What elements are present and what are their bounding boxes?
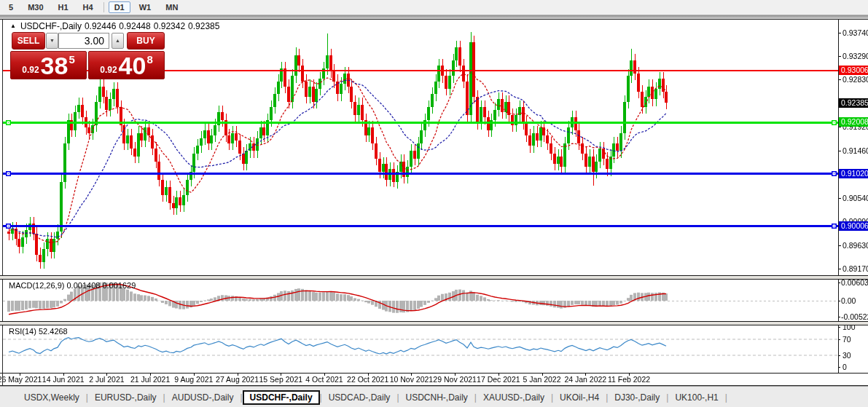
sell-button[interactable]: SELL — [12, 32, 45, 50]
date-axis-label: 27 Aug 2021 — [216, 375, 259, 384]
price-axis-badge: 0.91020 — [839, 169, 868, 178]
date-axis-label: 4 Oct 2021 — [305, 375, 343, 384]
ohlc-open: 0.92446 — [85, 21, 116, 31]
price-axis-badge: 0.92008 — [839, 117, 868, 127]
rsi-name: RSI(14) — [9, 327, 36, 336]
tab-uk100-h1[interactable]: UK100-,H1 — [668, 390, 724, 405]
date-axis-label: 15 Sep 2021 — [259, 375, 303, 384]
rsi-value: 52.4268 — [39, 327, 68, 336]
price-axis-label: 0.89630 — [842, 241, 868, 250]
buy-price-pips: 40 — [119, 52, 146, 79]
date-axis-label: 17 Dec 2021 — [477, 375, 520, 384]
line-handle[interactable] — [6, 224, 11, 229]
line-handle[interactable] — [6, 120, 11, 125]
ohlc-close: 0.92385 — [188, 21, 219, 31]
date-axis-label: 9 Aug 2021 — [174, 375, 213, 384]
tab-separator: | — [725, 392, 727, 403]
price-axis-label: 0.92830 — [842, 75, 868, 84]
date-axis-label: 22 Oct 2021 — [347, 375, 388, 384]
one-click-trading-panel: SELL ▼ ▲ BUY 0.92 38 5 0.92 40 8 — [10, 32, 165, 78]
price-axis-label: 0.89170 — [842, 264, 868, 273]
timeframe-button-h4[interactable]: H4 — [77, 1, 99, 13]
chart-title: ▲USDCHF-,Daily0.924460.924480.923420.923… — [10, 21, 222, 31]
timeframe-button-w1[interactable]: W1 — [133, 1, 157, 13]
buy-price-prefix: 0.92 — [100, 65, 117, 75]
toolbar-shadow — [0, 15, 868, 19]
buy-button[interactable]: BUY — [127, 32, 165, 50]
chart-window-top-border — [0, 19, 868, 20]
tab-usdcnh-daily[interactable]: USDCNH-,Daily — [399, 390, 474, 405]
timeframe-button-mn[interactable]: MN — [160, 1, 184, 13]
macd-pane-top-border — [0, 279, 868, 280]
line-handle[interactable] — [832, 120, 837, 125]
price-axis-badge: 0.90006 — [839, 221, 868, 231]
tab-eurusd-daily[interactable]: EURUSD-,Daily — [88, 390, 163, 405]
tab-usdcad-daily[interactable]: USDCAD-,Daily — [322, 390, 397, 405]
line-handle[interactable] — [832, 171, 837, 176]
rsi-axis-label: 30 — [842, 351, 851, 360]
tab-usdchf-daily[interactable]: USDCHF-,Daily — [243, 390, 320, 405]
timeframe-button-h1[interactable]: H1 — [52, 1, 74, 13]
timeframe-button-m30[interactable]: M30 — [22, 1, 49, 13]
macd-value-2: 0.001629 — [102, 281, 136, 290]
date-axis-label: 24 Jan 2022 — [564, 375, 606, 384]
price-axis-label: 0.93290 — [842, 52, 868, 60]
tab-usdx-weekly[interactable]: USDX,Weekly — [17, 390, 86, 405]
timeframe-button-d1[interactable]: D1 — [109, 1, 130, 13]
tab-dj30-daily[interactable]: DJ30-,Daily — [608, 390, 666, 405]
price-axis-label: 0.91460 — [842, 146, 868, 155]
ohlc-low: 0.92342 — [154, 21, 185, 31]
date-axis-label: 2 Jul 2021 — [89, 375, 124, 384]
tab-audusd-daily[interactable]: AUDUSD-,Daily — [165, 390, 241, 405]
buy-price-point: 8 — [146, 53, 152, 66]
toolbar-separator — [103, 2, 104, 12]
horizontal-line-0.92008[interactable] — [3, 122, 838, 124]
price-axis-label: 0.90540 — [842, 194, 868, 202]
volume-increase-button[interactable]: ▲ — [112, 33, 124, 49]
sell-price-box[interactable]: 0.92 38 5 — [10, 51, 87, 79]
rsi-pane-title: RSI(14) 52.4268 — [9, 327, 68, 336]
timeframe-toolbar: 5M30H1H4D1W1MN — [0, 0, 868, 15]
rsi-axis-label: 0 — [842, 363, 847, 371]
price-axis-badge: 0.92385 — [839, 98, 868, 108]
sell-price-pips: 38 — [41, 52, 69, 79]
tab-xauusd-daily[interactable]: XAUUSD-,Daily — [477, 390, 551, 405]
symbol-tab-bar: USDX,Weekly|EURUSD-,Daily|AUDUSD-,Daily|… — [0, 386, 868, 407]
buy-price-box[interactable]: 0.92 40 8 — [88, 51, 165, 79]
chart-window-left-border — [2, 19, 3, 385]
chart-symbol-period: USDCHF-,Daily — [20, 21, 82, 31]
price-axis-label: 0.93740 — [842, 28, 868, 37]
rsi-pane-top-border — [0, 325, 868, 325]
sell-price-prefix: 0.92 — [22, 65, 39, 75]
ohlc-high: 0.92448 — [119, 21, 150, 31]
date-axis-label: 21 Jul 2021 — [130, 375, 170, 384]
date-axis-label: 14 Jun 2021 — [42, 375, 85, 384]
volume-decrease-button[interactable]: ▼ — [46, 33, 58, 49]
tab-ukoil-h4[interactable]: UKOil-,H4 — [553, 390, 606, 405]
date-axis-label: 11 Feb 2022 — [608, 375, 650, 384]
rsi-pane-bottom-border — [0, 373, 868, 374]
price-axis-badge: 0.93006 — [839, 66, 868, 75]
rsi-axis-label: 70 — [842, 335, 851, 344]
timeframe-button-5[interactable]: 5 — [3, 1, 19, 13]
volume-input[interactable] — [58, 33, 109, 49]
sell-price-point: 5 — [69, 53, 74, 66]
collapse-quote-panel-icon[interactable]: ▲ — [10, 23, 16, 29]
line-handle[interactable] — [832, 224, 837, 229]
date-axis-label: 5 Jan 2022 — [523, 375, 561, 384]
macd-name: MACD(12,26,9) — [9, 281, 64, 290]
date-axis-label: 10 Nov 2021 — [390, 375, 434, 384]
line-handle[interactable] — [6, 171, 11, 176]
macd-axis-label: -0.00522 — [841, 312, 868, 321]
macd-value-1: 0.001408 — [66, 281, 100, 290]
horizontal-line-0.90006[interactable] — [3, 225, 838, 227]
date-axis-label: 29 Nov 2021 — [433, 375, 477, 384]
macd-pane-title: MACD(12,26,9) 0.001408 0.001629 — [9, 281, 136, 290]
price-axis-separator — [838, 20, 839, 373]
macd-axis-label: 0.00 — [841, 296, 856, 305]
horizontal-line-0.9102[interactable] — [3, 173, 838, 175]
date-axis-label: 26 May 2021 — [0, 375, 42, 384]
